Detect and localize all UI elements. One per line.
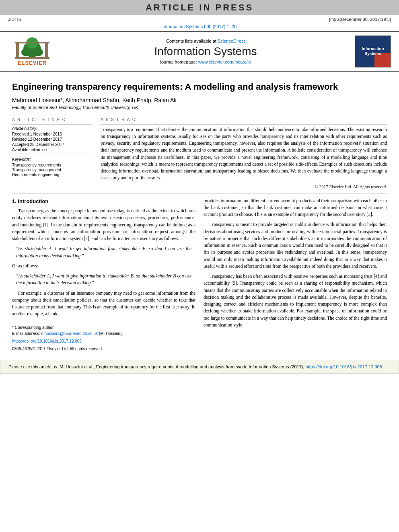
- right-para-1: provides information on different curren…: [204, 197, 387, 218]
- citation-doi-link[interactable]: https://doi.org/10.1016/j.is.2017.12.008: [306, 364, 382, 369]
- homepage-link[interactable]: www.elsevier.com/locate/is: [198, 60, 251, 64]
- copyright-line: © 2017 Elsevier Ltd. All rights reserved…: [101, 184, 387, 189]
- svg-rect-5: [16, 43, 19, 58]
- received-date: Received 1 November 2016: [12, 132, 93, 136]
- svg-point-2: [21, 48, 31, 56]
- available-online: Available online xxx: [12, 148, 93, 152]
- affiliation: Faculty of Science and Technology, Bourn…: [12, 105, 387, 110]
- svg-rect-7: [15, 57, 49, 59]
- is-logo-title: InformationSystems: [362, 47, 384, 56]
- email-suffix: (M. Hosseini).: [99, 331, 124, 336]
- doi-link[interactable]: https://doi.org/10.1016/j.is.2017.12.008: [12, 339, 82, 343]
- article-info-col: A R T I C L E I N F O Article history: R…: [12, 117, 93, 189]
- blockquote-1: "As stakeholder A, I want to get informa…: [16, 245, 191, 259]
- top-meta: JID: IS [m5G;December 30, 2017;19:3]: [0, 15, 399, 23]
- journal-homepage: journal homepage: www.elsevier.com/locat…: [56, 60, 355, 64]
- contents-text: Contents lists available at: [166, 39, 216, 43]
- body-col-left: 1. Introduction Transparency, as the con…: [12, 197, 195, 352]
- elsevier-tree-svg: [14, 37, 50, 59]
- homepage-label: journal homepage:: [160, 60, 197, 64]
- authors: Mahmood Hosseini*, Alimohammad Shahri, K…: [12, 97, 387, 103]
- is-logo-box: InformationSystems: [355, 35, 391, 68]
- abstract-text: Transparency is a requirement that denot…: [101, 126, 387, 182]
- main-content: Engineering transparency requirements: A…: [0, 73, 399, 356]
- doi-line: https://doi.org/10.1016/j.is.2017.12.008: [12, 338, 195, 344]
- article-info-head: A R T I C L E I N F O: [12, 117, 93, 122]
- contents-line: Contents lists available at ScienceDirec…: [56, 39, 355, 43]
- article-info-abstract: A R T I C L E I N F O Article history: R…: [12, 117, 387, 189]
- email-label: E-mail address:: [12, 331, 40, 336]
- elsevier-logo: ELSEVIER: [8, 37, 56, 66]
- keyword-2: Transparency management: [12, 168, 93, 172]
- journal-link[interactable]: Information Systems 000 (2017) 1–20: [162, 24, 237, 29]
- info-divider: [12, 124, 93, 125]
- citation-bar: Please cite this article as: M. Hosseini…: [0, 360, 399, 374]
- jid-label: JID: IS: [8, 17, 21, 22]
- email-link[interactable]: mhosseini@bournemouth.ac.uk: [41, 331, 98, 336]
- elsevier-text: ELSEVIER: [18, 60, 47, 66]
- divider-2: [12, 193, 387, 193]
- svg-rect-6: [45, 43, 48, 58]
- intro-para-1: Transparency, as the concept people know…: [12, 207, 195, 242]
- journal-title: Information Systems: [56, 45, 355, 58]
- keyword-3: Requirements engineering: [12, 173, 93, 177]
- keywords-label: Keywords:: [12, 157, 93, 162]
- svg-rect-8: [15, 42, 49, 43]
- aip-banner: ARTICLE IN PRESS: [0, 0, 399, 15]
- sciencedirect-link[interactable]: ScienceDirect: [218, 39, 245, 43]
- divider-1: [12, 114, 387, 114]
- page: ARTICLE IN PRESS JID: IS [m5G;December 3…: [0, 0, 399, 532]
- intro-para-2: For example, a customer of an insurance …: [12, 290, 195, 318]
- svg-point-3: [33, 48, 43, 56]
- right-para-3: Transparency has been often associated w…: [204, 273, 387, 329]
- history-label: Article history:: [12, 126, 93, 131]
- date-label: [m5G;December 30, 2017;19:3]: [329, 17, 391, 22]
- revised-date: Revised 12 December 2017: [12, 137, 93, 142]
- rights-line: 0306-4379/© 2017 Elsevier Ltd. All right…: [12, 346, 195, 352]
- journal-link-line: Information Systems 000 (2017) 1–20: [0, 23, 399, 30]
- body-two-col: 1. Introduction Transparency, as the con…: [12, 197, 387, 352]
- abstract-divider: [101, 124, 387, 125]
- article-title: Engineering transparency requirements: A…: [12, 81, 387, 93]
- accepted-date: Accepted 25 December 2017: [12, 142, 93, 147]
- right-para-2: Transparency is meant to provide targete…: [204, 221, 387, 270]
- abstract-col: A B S T R A C T Transparency is a requir…: [101, 117, 387, 189]
- or-follows: Or as follows:: [12, 263, 195, 269]
- body-col-right: provides information on different curren…: [204, 197, 387, 352]
- intro-title: 1. Introduction: [12, 197, 195, 205]
- citation-text: Please cite this article as: M. Hosseini…: [8, 364, 304, 369]
- blockquote-2: "As stakeholder A, I want to give inform…: [16, 273, 191, 287]
- abstract-head: A B S T R A C T: [101, 117, 387, 122]
- journal-center: Contents lists available at ScienceDirec…: [56, 39, 355, 64]
- keyword-1: Transparency requirements: [12, 163, 93, 167]
- info-divider-2: [12, 154, 93, 154]
- corresponding-note: * Corresponding author.: [12, 325, 195, 331]
- email-note: E-mail address: mhosseini@bournemouth.ac…: [12, 331, 195, 337]
- footnote-area: * Corresponding author. E-mail address: …: [12, 322, 195, 337]
- banner-text: ARTICLE IN PRESS: [146, 2, 253, 12]
- journal-header: ELSEVIER Contents lists available at Sci…: [0, 31, 399, 72]
